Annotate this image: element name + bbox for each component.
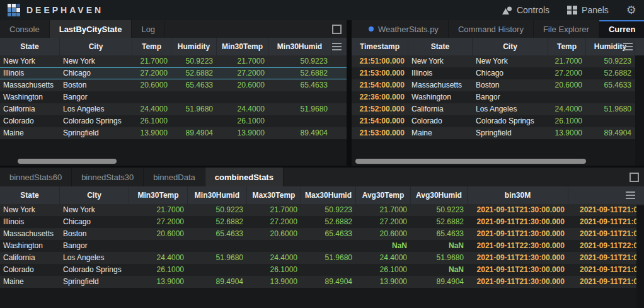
cell <box>188 264 247 276</box>
cell: 27.2000 <box>217 67 268 79</box>
maximize-icon[interactable] <box>630 173 639 182</box>
column-header-humidity[interactable]: Humidity <box>171 38 217 55</box>
table-row[interactable]: ColoradoColorado Springs26.100026.100026… <box>0 264 644 276</box>
tab-binneddata[interactable]: binnedData <box>144 168 205 186</box>
tab-lastbycitystate[interactable]: LastByCityState <box>50 20 132 38</box>
cell: Boston <box>60 79 132 91</box>
column-header-state[interactable]: State <box>0 186 60 204</box>
cell <box>217 91 268 103</box>
scrollbar-thumb[interactable] <box>18 159 117 164</box>
table-row[interactable]: 21:52:00.000CaliforniaLos Angeles24.4000… <box>352 103 644 115</box>
table-row[interactable]: 21:54:00.000MassachusettsBoston20.600065… <box>352 79 644 91</box>
tab-label: LastByCityState <box>59 25 122 34</box>
table-row[interactable]: MassachusettsBoston20.600065.463320.6000… <box>0 79 347 91</box>
table-row[interactable]: MaineSpringfield13.900089.490413.900089.… <box>0 276 644 288</box>
cell: 89.4904 <box>301 276 356 288</box>
cell: 20.6000 <box>548 79 586 91</box>
column-header-temp[interactable]: Temp <box>132 38 171 55</box>
column-header-min30humid[interactable]: Min30Humid <box>268 38 331 55</box>
column-header-city[interactable]: City <box>60 38 132 55</box>
table-row[interactable]: ColoradoColorado Springs26.100026.1000 <box>0 115 347 127</box>
column-header-city[interactable]: City <box>473 38 548 55</box>
cell: Colorado Springs <box>60 264 129 276</box>
table-row[interactable]: WashingtonBangor <box>0 91 347 103</box>
column-header-timestamp[interactable]: Timestamp <box>352 38 408 55</box>
table-row[interactable]: IllinoisChicago27.200052.688227.200052.6… <box>0 67 347 79</box>
cell: Illinois <box>0 67 60 79</box>
cell: 51.9680 <box>188 252 247 264</box>
scrollbar-thumb[interactable] <box>355 159 586 164</box>
table-row[interactable]: 21:51:00.000New YorkNew York21.700050.92… <box>352 55 644 67</box>
table-row[interactable]: 21:53:00.000MaineSpringfield13.900089.49… <box>352 127 644 139</box>
tab-binnedstats60[interactable]: binnedStats60 <box>0 168 72 186</box>
table-row[interactable]: MassachusettsBoston20.600065.463320.6000… <box>0 228 644 240</box>
maximize-icon[interactable] <box>332 25 342 34</box>
vertical-scrollbar-track[interactable] <box>635 55 644 166</box>
cell: 20.6000 <box>132 79 171 91</box>
column-header-avg30humid[interactable]: Avg30Humid <box>411 186 468 204</box>
column-header-min30temp[interactable]: Min30Temp <box>217 38 268 55</box>
cell: 2021-09-11T21:30:00.000 <box>468 264 568 276</box>
tab-label: Command History <box>458 25 524 34</box>
column-header-min30temp[interactable]: Min30Temp <box>129 186 188 204</box>
cell <box>301 264 356 276</box>
cell: Massachusetts <box>408 79 473 91</box>
table-row[interactable]: 22:36:00.000WashingtonBangor <box>352 91 644 103</box>
horizontal-scrollbar[interactable] <box>0 159 347 164</box>
cell: New York <box>0 55 60 67</box>
table-row[interactable]: MaineSpringfield13.900089.490413.900089.… <box>0 127 347 139</box>
table-row[interactable]: WashingtonBangorNaNNaN2021-09-11T22:30:0… <box>0 240 644 252</box>
settings-button[interactable]: ⚙ <box>626 4 636 16</box>
column-header-min30humid[interactable]: Min30Humid <box>188 186 247 204</box>
table-row[interactable]: CaliforniaLos Angeles24.400051.968024.40… <box>0 103 347 115</box>
cell: 50.9223 <box>188 204 247 216</box>
current-weather-table: TimestampStateCityTempHumidity 21:51:00.… <box>352 38 644 166</box>
cell: Bangor <box>473 91 548 103</box>
horizontal-scrollbar[interactable] <box>352 159 635 164</box>
cell: California <box>0 103 60 115</box>
table-row[interactable]: New YorkNew York21.700050.922321.700050.… <box>0 55 347 67</box>
hamburger-icon[interactable] <box>332 43 342 50</box>
column-header-state[interactable]: State <box>0 38 60 55</box>
tab-label: combinedStats <box>215 173 273 182</box>
column-header-temp[interactable]: Temp <box>548 38 586 55</box>
tab-weatherstats-py[interactable]: WeatherStats.py <box>359 20 449 38</box>
tab-command-history[interactable]: Command History <box>449 20 534 38</box>
column-header-state[interactable]: State <box>408 38 473 55</box>
table-row[interactable]: CaliforniaLos Angeles24.400051.968024.40… <box>0 252 644 264</box>
column-header-avg30temp[interactable]: Avg30Temp <box>356 186 411 204</box>
hamburger-icon[interactable] <box>626 191 635 199</box>
column-header-city[interactable]: City <box>60 186 129 204</box>
cell <box>301 240 356 252</box>
cell <box>132 91 171 103</box>
tab-console[interactable]: Console <box>0 20 50 38</box>
hamburger-icon[interactable] <box>623 43 633 50</box>
tab-curren[interactable]: Curren <box>599 20 644 38</box>
cell: 2021-09-11T22:00 <box>568 240 644 252</box>
tab-file-explorer[interactable]: File Explorer <box>534 20 599 38</box>
column-header-bin30m[interactable]: bin30M <box>468 186 568 204</box>
cell: Maine <box>0 127 60 139</box>
column-header-max30humid[interactable]: Max30Humid <box>301 186 356 204</box>
cell: 24.4000 <box>548 103 586 115</box>
vertical-scrollbar-track[interactable] <box>636 205 644 308</box>
table-row[interactable]: 21:54:00.000ColoradoColorado Springs26.1… <box>352 115 644 127</box>
cell: 21:52:00.000 <box>352 103 408 115</box>
deephaven-grid-logo-icon <box>8 4 20 16</box>
cell: 24.4000 <box>247 252 301 264</box>
controls-button[interactable]: Controls <box>502 5 549 15</box>
table-row[interactable]: IllinoisChicago27.200052.688227.200052.6… <box>0 216 644 228</box>
cell: Boston <box>473 79 548 91</box>
gear-icon: ⚙ <box>626 4 636 16</box>
table-row[interactable]: 21:53:00.000IllinoisChicago27.200052.688… <box>352 67 644 79</box>
tab-combinedstats[interactable]: combinedStats <box>205 168 284 186</box>
tab-binnedstats30[interactable]: binnedStats30 <box>72 168 144 186</box>
column-header-max30temp[interactable]: Max30Temp <box>247 186 301 204</box>
tab-log[interactable]: Log <box>132 20 165 38</box>
cell: Colorado Springs <box>473 115 548 127</box>
cell: Colorado <box>0 115 60 127</box>
panels-button[interactable]: Panels <box>567 5 609 15</box>
cell <box>171 115 217 127</box>
table-row[interactable]: New YorkNew York21.700050.922321.700050.… <box>0 204 644 216</box>
cell: 27.2000 <box>132 67 171 79</box>
